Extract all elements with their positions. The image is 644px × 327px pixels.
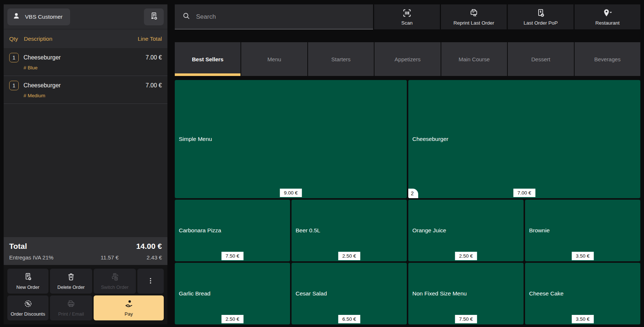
column-qty: Qty — [9, 36, 24, 42]
cart-quantity-badge: 2 — [408, 189, 418, 198]
tab-dessert[interactable]: Dessert — [508, 42, 574, 76]
trash-icon — [66, 272, 76, 283]
tax-row: Entregas IVA 21% 11.57 € 2.43 € — [9, 254, 162, 261]
order-line[interactable]: 1 Cheeseburger 7.00 € # Medium — [4, 76, 167, 104]
order-actions: New Order Delete Order — [4, 265, 167, 324]
order-totals: Total 14.00 € Entregas IVA 21% 11.57 € 2… — [4, 237, 167, 265]
order-settings-icon — [149, 11, 159, 22]
order-line-price: 7.00 € — [146, 82, 162, 89]
product-price-badge: 3.50 € — [572, 252, 594, 260]
product-price-badge: 7.50 € — [221, 252, 243, 260]
order-line-attribute: # Medium — [23, 93, 162, 98]
tab-label: Menu — [267, 56, 281, 62]
product-region: Scan Reprint Last Order — [175, 4, 640, 324]
tab-best-sellers[interactable]: Best Sellers — [175, 42, 240, 76]
product-price-badge: 7.00 € — [513, 189, 535, 197]
category-tabs: Best Sellers Menu Starters Appetizers Ma… — [175, 42, 640, 76]
person-icon — [12, 12, 20, 21]
orders-button[interactable] — [144, 8, 164, 25]
product-tile-brownie[interactable]: Brownie 3.50 € — [525, 200, 640, 261]
map-pin-chevron-icon — [602, 8, 613, 19]
more-actions-button[interactable] — [137, 269, 164, 294]
selected-tab-underline — [175, 73, 240, 76]
order-columns-header: Qty Description Line Total — [4, 29, 167, 48]
tab-label: Dessert — [531, 56, 550, 62]
print-email-button[interactable]: Print / Email — [50, 295, 92, 320]
product-grid: Simple Menu 9.00 € Cheeseburger 7.00 € 2… — [175, 80, 640, 324]
product-tile-cheese-cake[interactable]: Cheese Cake 3.50 € — [525, 263, 640, 324]
tab-appetizers[interactable]: Appetizers — [375, 42, 440, 76]
kebab-menu-icon — [146, 277, 155, 286]
tax-amount: 2.43 € — [119, 254, 162, 261]
product-tile-orange-juice[interactable]: Orange Juice 2.50 € — [408, 200, 524, 261]
product-name: Brownie — [529, 227, 636, 234]
order-line-name: Cheeseburger — [23, 82, 61, 89]
product-tile-cesar-salad[interactable]: Cesar Salad 6.50 € — [292, 263, 407, 324]
search-input[interactable] — [196, 13, 370, 21]
order-panel: VBS Customer Qty Description Lin — [4, 4, 167, 324]
product-price-badge: 2.50 € — [221, 315, 243, 323]
order-line-qty-badge: 1 — [9, 81, 19, 90]
tab-menu[interactable]: Menu — [241, 42, 307, 76]
tab-label: Starters — [331, 56, 351, 62]
order-line-attribute: # Blue — [23, 65, 162, 70]
product-name: Carbonara Pizza — [179, 227, 286, 234]
total-amount: 14.00 € — [136, 242, 162, 251]
product-tile-cheeseburger[interactable]: Cheeseburger 7.00 € 2 — [408, 80, 640, 198]
search-box — [175, 4, 373, 29]
tab-main-course[interactable]: Main Course — [441, 42, 507, 76]
reprint-last-order-label: Reprint Last Order — [453, 20, 494, 26]
product-price-badge: 2.50 € — [455, 252, 477, 260]
pay-button[interactable]: Pay — [94, 295, 164, 320]
order-panel-header: VBS Customer — [4, 4, 167, 29]
total-label: Total — [9, 242, 27, 251]
product-price-badge: 3.50 € — [572, 315, 594, 323]
switch-order-button[interactable]: Switch Order — [94, 269, 136, 294]
product-name: Cheese Cake — [529, 290, 636, 297]
pay-label: Pay — [124, 311, 133, 317]
print-email-label: Print / Email — [58, 311, 84, 317]
last-order-pop-button[interactable]: Last Order PoP — [508, 4, 574, 29]
product-price-badge: 2.50 € — [338, 252, 360, 260]
last-order-pop-label: Last Order PoP — [524, 20, 558, 26]
new-order-button[interactable]: New Order — [7, 269, 48, 294]
order-line-main: 1 Cheeseburger 7.00 € — [9, 53, 162, 62]
tax-label: Entregas IVA 21% — [9, 254, 64, 261]
order-discounts-label: Order Discounts — [11, 311, 45, 317]
product-name: Orange Juice — [412, 227, 520, 234]
order-line[interactable]: 1 Cheeseburger 7.00 € # Blue — [4, 48, 167, 76]
product-tile-garlic-bread[interactable]: Garlic Bread 2.50 € — [175, 263, 290, 324]
search-icon — [182, 12, 191, 22]
reprint-last-order-button[interactable]: Reprint Last Order — [441, 4, 507, 29]
order-line-main: 1 Cheeseburger 7.00 € — [9, 81, 162, 90]
product-name: Simple Menu — [179, 136, 403, 142]
printer-icon — [66, 299, 76, 309]
pay-hand-coin-icon — [124, 299, 134, 310]
product-name: Garlic Bread — [179, 290, 286, 297]
product-tile-non-fixed-size-menu[interactable]: Non Fixed Size Menu 7.50 € — [408, 263, 524, 324]
tax-base: 11.57 € — [64, 254, 119, 261]
product-tile-simple-menu[interactable]: Simple Menu 9.00 € — [175, 80, 407, 198]
barcode-scan-icon — [402, 8, 412, 19]
customer-button[interactable]: VBS Customer — [7, 8, 70, 25]
switch-order-label: Switch Order — [101, 284, 129, 290]
product-name: Cheeseburger — [412, 136, 636, 142]
tab-starters[interactable]: Starters — [308, 42, 374, 76]
product-tile-beer-0-5l[interactable]: Beer 0.5L 2.50 € — [292, 200, 407, 261]
order-discounts-button[interactable]: Order Discounts — [7, 295, 48, 320]
scan-button[interactable]: Scan — [374, 4, 440, 29]
pos-app: VBS Customer Qty Description Lin — [0, 0, 644, 327]
restaurant-selector-button[interactable]: Restaurant — [575, 4, 640, 29]
product-name: Non Fixed Size Menu — [412, 290, 520, 297]
customer-name: VBS Customer — [25, 14, 63, 20]
new-order-icon — [23, 272, 33, 283]
tab-label: Appetizers — [395, 56, 421, 62]
product-price-badge: 7.50 € — [455, 315, 477, 323]
delete-order-button[interactable]: Delete Order — [50, 269, 92, 294]
delete-order-label: Delete Order — [57, 284, 84, 290]
new-order-label: New Order — [17, 284, 40, 290]
spacer — [175, 76, 640, 80]
discount-badge-icon — [23, 299, 33, 309]
tab-beverages[interactable]: Beverages — [575, 42, 640, 76]
product-tile-carbonara-pizza[interactable]: Carbonara Pizza 7.50 € — [175, 200, 290, 261]
